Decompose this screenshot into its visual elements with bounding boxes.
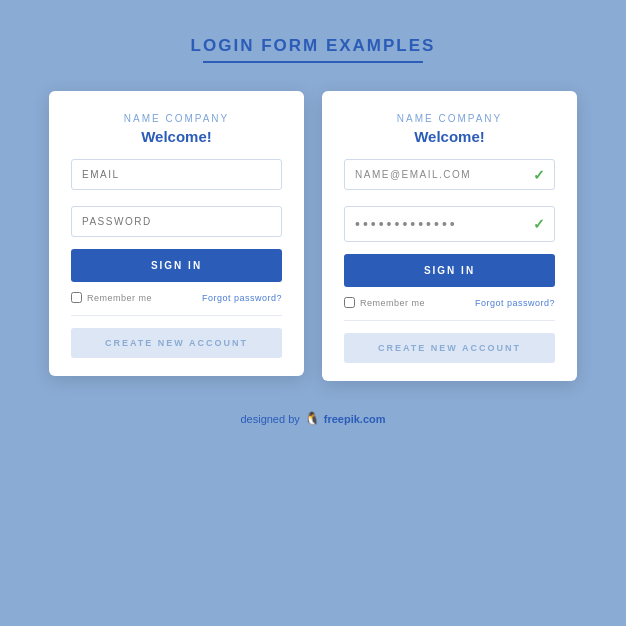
login-card-right: NAME COMPANY Welcome! ✓ ✓ SIGN IN Rememb… xyxy=(322,91,577,381)
company-name-right: NAME COMPANY xyxy=(397,113,503,124)
password-wrapper-right: ✓ xyxy=(344,206,555,242)
divider-left xyxy=(71,315,282,316)
email-input-right[interactable] xyxy=(344,159,555,190)
footer: designed by 🐧 freepik.com xyxy=(240,411,385,426)
footer-prefix: designed by xyxy=(240,413,299,425)
forgot-password-right[interactable]: Forgot password? xyxy=(475,298,555,308)
email-input-left[interactable] xyxy=(71,159,282,190)
login-card-left: NAME COMPANY Welcome! SIGN IN Remember m… xyxy=(49,91,304,376)
email-check-icon: ✓ xyxy=(533,167,545,183)
title-underline xyxy=(203,61,423,63)
page-title: LOGIN FORM EXAMPLES xyxy=(191,36,436,56)
page-title-section: LOGIN FORM EXAMPLES xyxy=(191,36,436,63)
forms-container: NAME COMPANY Welcome! SIGN IN Remember m… xyxy=(49,91,577,381)
footer-emoji: 🐧 xyxy=(304,411,320,426)
remember-checkbox-left[interactable] xyxy=(71,292,82,303)
password-input-left[interactable] xyxy=(71,206,282,237)
sign-in-button-left[interactable]: SIGN IN xyxy=(71,249,282,282)
email-wrapper-right: ✓ xyxy=(344,159,555,190)
divider-right xyxy=(344,320,555,321)
options-row-right: Remember me Forgot password? xyxy=(344,297,555,308)
create-account-button-left[interactable]: CREATE NEW ACCOUNT xyxy=(71,328,282,358)
welcome-text-left: Welcome! xyxy=(141,128,212,145)
remember-checkbox-right[interactable] xyxy=(344,297,355,308)
email-wrapper-left xyxy=(71,159,282,190)
password-check-icon: ✓ xyxy=(533,216,545,232)
company-name-left: NAME COMPANY xyxy=(124,113,230,124)
forgot-password-left[interactable]: Forgot password? xyxy=(202,293,282,303)
remember-me-right[interactable]: Remember me xyxy=(344,297,425,308)
remember-me-left[interactable]: Remember me xyxy=(71,292,152,303)
password-input-right[interactable] xyxy=(344,206,555,242)
sign-in-button-right[interactable]: SIGN IN xyxy=(344,254,555,287)
welcome-text-right: Welcome! xyxy=(414,128,485,145)
footer-brand: freepik.com xyxy=(324,413,386,425)
create-account-button-right[interactable]: CREATE NEW ACCOUNT xyxy=(344,333,555,363)
password-wrapper-left xyxy=(71,206,282,237)
options-row-left: Remember me Forgot password? xyxy=(71,292,282,303)
